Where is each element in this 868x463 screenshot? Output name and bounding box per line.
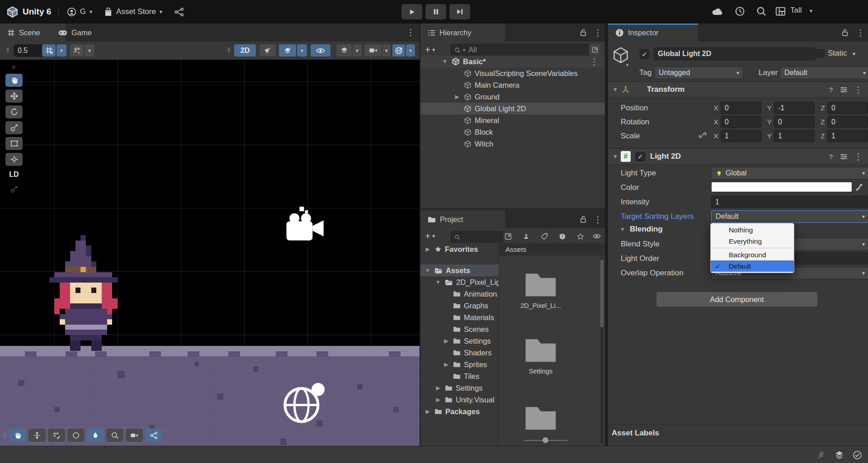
hidden-items-icon[interactable] [593,233,601,240]
project-row[interactable]: ▼ 2D_Pixel_Lig [420,276,499,288]
sorting-layers-caret[interactable]: ▾ [353,44,362,57]
hierarchy-row-selected[interactable]: Global Light 2D [420,103,605,114]
transform-tool[interactable] [5,153,23,166]
favorites-star-icon[interactable] [577,233,584,240]
scene-camera-caret[interactable]: ▾ [382,44,391,57]
hierarchy-create-button[interactable]: + ▾ [425,44,435,55]
transform-component-header[interactable]: ▼ Transform ? ⋮ [608,81,868,98]
project-row-packages[interactable]: ▶ Packages [420,406,499,417]
project-row-favorites[interactable]: ▶ Favorites [420,243,499,255]
scene-visibility-button[interactable] [311,44,330,57]
project-menu-icon[interactable]: ⋮ [594,215,602,224]
foldout-closed-icon[interactable]: ▶ [443,361,450,368]
scene-row-menu-icon[interactable]: ⋮ [590,57,599,66]
activity-status-icon[interactable] [853,450,862,460]
project-row[interactable]: Shaders [420,347,499,359]
step-button[interactable] [449,4,470,19]
grid-snap-button[interactable] [70,44,84,57]
foldout-closed-icon[interactable]: ▶ [424,246,431,252]
zoom-slider-handle[interactable] [542,437,548,443]
scene-viewport[interactable]: = LD ‖ [0,60,420,446]
foldout-open-icon[interactable]: ▼ [612,153,619,160]
project-row[interactable]: Scenes [420,323,499,335]
account-menu[interactable]: G ▾ [67,7,92,17]
tab-project[interactable]: Project [420,210,505,228]
hierarchy-search-input[interactable] [467,45,587,55]
gizmos-caret[interactable]: ▾ [406,44,415,57]
asset-store-menu[interactable]: Asset Store ▾ [104,7,162,17]
add-component-button[interactable]: Add Component [656,292,817,307]
project-search[interactable] [451,231,503,243]
scene-pane-menu-icon[interactable]: ⋮ [406,28,415,37]
tile-hand-tool[interactable] [9,429,26,442]
project-row[interactable]: Graphs [420,300,499,312]
grid-visibility-button[interactable] [42,44,56,57]
hierarchy-search-popout[interactable] [589,44,601,55]
scale-link-off-icon[interactable] [698,132,707,139]
project-row[interactable]: Materials [420,312,499,323]
tab-game[interactable]: Game [51,24,116,42]
assets-scrollbar[interactable] [600,257,604,444]
scale-z-field[interactable]: 1 [827,130,868,142]
static-caret-icon[interactable]: ▾ [853,51,855,57]
color-swatch[interactable] [711,182,852,192]
project-create-button[interactable]: + ▾ [425,231,435,241]
audio-mute-button[interactable] [259,44,276,57]
hierarchy-row[interactable]: VisualScripting SceneVariables [420,67,605,79]
hierarchy-row[interactable]: Witch [420,138,605,150]
tile-graph-tool[interactable] [145,429,162,442]
active-checkbox[interactable]: ✓ [640,49,649,59]
gameobject-big-cube-icon[interactable]: ▾ [612,46,630,64]
menu-item-default[interactable]: ✓ Default [711,260,794,272]
tab-inspector[interactable]: Inspector [608,24,698,42]
project-row[interactable]: ▶ Settings [420,335,499,347]
scene-camera-button[interactable] [364,44,382,57]
camera-gizmo-icon[interactable] [279,206,325,251]
move-tool[interactable] [5,90,23,103]
position-z-field[interactable]: 0 [827,102,868,114]
help-icon[interactable]: ? [829,153,833,161]
scale-x-field[interactable]: 1 [721,130,761,142]
presets-icon[interactable] [840,86,848,93]
hierarchy-row[interactable]: Main Camera [420,79,605,91]
position-x-field[interactable]: 0 [721,102,761,114]
foldout-closed-icon[interactable]: ▶ [443,338,450,344]
rotation-x-field[interactable]: 0 [721,116,761,128]
2d-mode-button[interactable]: 2D [234,44,256,57]
presets-icon[interactable] [840,153,848,160]
tile-camera-tool[interactable] [126,429,143,442]
light2d-component-header[interactable]: ▼ # ✓ Light 2D ? ⋮ [608,148,868,165]
hierarchy-row[interactable]: ▶ Ground [420,91,605,103]
foldout-closed-icon[interactable]: ▶ [434,385,442,391]
rotation-z-field[interactable]: 0 [827,116,868,128]
tile-picker-tool[interactable] [106,429,123,442]
tile-brush-tool[interactable] [48,429,65,442]
scale-y-field[interactable]: 1 [774,130,815,142]
grid-snap-caret[interactable]: ▾ [85,44,94,57]
hierarchy-row-scene[interactable]: ▼ Basic* ⋮ [420,56,605,67]
bottom-tools-drag-handle[interactable]: ‖ [4,431,7,439]
rect-tool[interactable] [5,137,23,150]
component-menu-icon[interactable]: ⋮ [854,85,863,94]
view-hand-tool[interactable] [5,74,23,87]
tools-drag-handle[interactable]: = [5,63,23,71]
asset-labels-header[interactable]: Asset Labels [612,429,659,438]
sorting-layers-button[interactable] [336,44,352,57]
foldout-closed-icon[interactable]: ▶ [453,94,461,100]
hierarchy-search[interactable]: ▾ [451,44,591,56]
object-name-field[interactable] [654,47,816,60]
divider-vertical-2[interactable] [605,24,608,463]
assets-breadcrumb[interactable]: Assets [499,243,605,255]
project-row[interactable]: ▶ Unity.Visual [420,394,499,406]
project-lock-icon[interactable] [580,215,587,223]
static-checkbox[interactable] [816,49,825,57]
foldout-closed-icon[interactable]: ▶ [434,397,442,403]
foldout-open-icon[interactable]: ▼ [434,279,442,285]
blending-foldout[interactable]: ▼ Blending [619,225,663,234]
filter-by-label-icon[interactable] [541,233,548,240]
project-row[interactable]: Animation [420,288,499,300]
filter-by-type-icon[interactable] [523,233,530,240]
plastic-scm-graph-icon[interactable] [174,7,184,17]
foldout-open-icon[interactable]: ▼ [441,58,448,65]
layout-dropdown[interactable]: Tall [790,6,802,15]
